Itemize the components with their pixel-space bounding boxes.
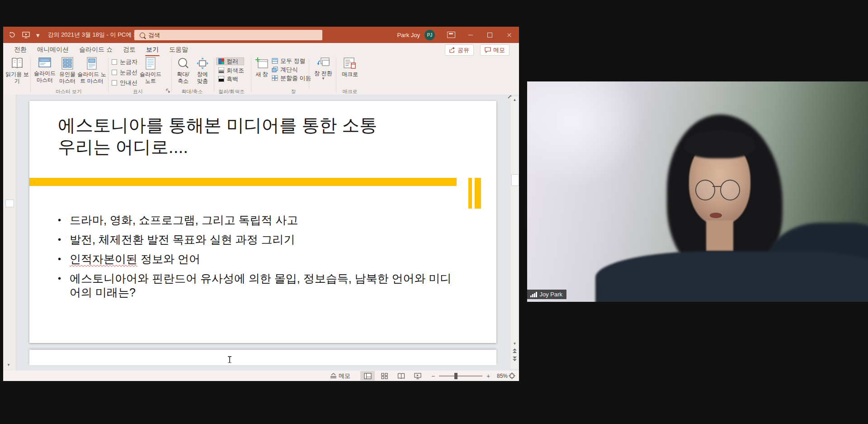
group-label-show: 표시	[112, 88, 164, 95]
tab-view[interactable]: 보기	[145, 44, 160, 56]
tab-help[interactable]: 도움말	[168, 44, 189, 56]
macros-button[interactable]: 매크로	[339, 57, 361, 78]
scrollbar-thumb[interactable]	[5, 200, 14, 207]
slide-master-button[interactable]: 슬라이드 마스터	[32, 57, 57, 84]
group-label-color: 컬러/회색조	[212, 88, 251, 95]
move-split-button[interactable]: 분할줄 이동	[272, 75, 311, 81]
audio-signal-icon	[530, 292, 537, 297]
undo-icon[interactable]	[9, 31, 16, 38]
notes-master-button[interactable]: 슬라이드 노트 마스터	[77, 57, 106, 85]
slide[interactable]: 에스토니아를 통해본 미디어를 통한 소통 우리는 어디로.... •드라마, …	[29, 101, 496, 343]
fit-to-window-button[interactable]: 창에 맞춤	[193, 57, 212, 85]
powerpoint-window: ▾ 강의 2021년 3월 18일 - 이 PC에 저장됨 ▾ 검색 Park …	[3, 27, 519, 381]
arrange-all-button[interactable]: 모두 정렬	[272, 57, 311, 64]
color-button[interactable]: 컬러	[216, 57, 244, 65]
checkbox-icon	[112, 59, 117, 65]
zoom-slider-handle[interactable]	[454, 373, 458, 379]
customize-quick-access-icon[interactable]: ▾	[36, 32, 40, 38]
person-body	[595, 251, 868, 302]
maximize-button[interactable]	[480, 27, 500, 43]
bullet-icon: •	[58, 272, 70, 300]
next-slide-edge[interactable]	[29, 350, 496, 365]
tab-review[interactable]: 검토	[122, 44, 137, 56]
reading-view-icon	[10, 57, 24, 70]
reading-view-button-status[interactable]	[394, 371, 408, 381]
notes-toggle-button[interactable]: 메모	[330, 372, 350, 380]
switch-windows-dropdown-icon: ▾	[322, 77, 325, 80]
notes-button[interactable]: 슬라이드 노트	[139, 57, 162, 85]
participant-name-tag: Joy Park	[527, 290, 566, 299]
maximize-icon	[487, 33, 492, 38]
ribbon-display-options-button[interactable]	[441, 27, 461, 43]
zoom-level[interactable]: 85%	[494, 373, 508, 379]
color-mode-icon	[218, 58, 224, 64]
bullet-icon: •	[58, 233, 70, 247]
account-name[interactable]: Park Joy	[397, 32, 420, 38]
show-dialog-launcher-icon[interactable]	[166, 89, 170, 93]
cascade-button[interactable]: 계단식	[272, 66, 311, 73]
fit-slide-button[interactable]	[509, 372, 515, 379]
share-button[interactable]: 공유	[445, 44, 474, 56]
slide-title[interactable]: 에스토니아를 통해본 미디어를 통한 소통 우리는 어디로....	[58, 114, 377, 157]
list-item: •드라마, 영화, 쇼프로그램, 그리고 독립적 사고	[58, 213, 458, 227]
comments-button[interactable]: 메모	[480, 44, 509, 56]
glasses-right-lens	[720, 180, 741, 200]
black-and-white-button[interactable]: 흑백	[218, 76, 244, 82]
scroll-down-icon[interactable]: ▼	[7, 363, 10, 367]
slide-canvas: 에스토니아를 통해본 미디어를 통한 소통 우리는 어디로.... •드라마, …	[16, 95, 519, 371]
start-slideshow-icon[interactable]	[22, 32, 30, 38]
previous-slide-icon[interactable]	[511, 348, 519, 355]
macros-icon	[343, 57, 357, 70]
guides-checkbox[interactable]: 안내선	[112, 79, 137, 87]
group-label-master-views: 마스터 보기	[31, 88, 106, 95]
reading-view-button[interactable]: 읽기용 보기	[5, 57, 29, 85]
notes-master-icon	[86, 57, 97, 70]
new-window-button[interactable]: 새 창	[253, 57, 271, 78]
normal-view-icon	[364, 373, 372, 379]
scroll-up-icon[interactable]: ▲	[511, 96, 519, 103]
search-input[interactable]: 검색	[134, 30, 322, 40]
tab-transitions[interactable]: 전환	[13, 44, 28, 56]
black-white-icon	[218, 76, 224, 82]
notes-toggle-icon	[330, 373, 337, 379]
text-cursor	[229, 356, 230, 363]
scroll-down-icon[interactable]: ▼	[511, 340, 519, 347]
group-label-window: 창	[253, 88, 334, 95]
vertical-scrollbar[interactable]: ▲ ▼	[511, 96, 519, 369]
minimize-button[interactable]	[461, 27, 480, 43]
avatar[interactable]: PJ	[425, 30, 435, 40]
tab-animations[interactable]: 애니메이션	[36, 44, 70, 56]
cascade-icon	[272, 67, 278, 72]
zoom-out-button[interactable]: −	[431, 372, 435, 380]
participant-video[interactable]: Joy Park	[527, 81, 868, 302]
zoom-button[interactable]: 확대/ 축소	[173, 57, 193, 85]
next-slide-icon[interactable]	[511, 357, 519, 363]
slide-sorter-icon	[381, 373, 388, 379]
scrollbar-thumb[interactable]	[511, 174, 519, 186]
slideshow-view-button[interactable]	[410, 371, 425, 381]
gridlines-checkbox[interactable]: 눈금선	[112, 68, 137, 76]
zoom-in-button[interactable]: +	[486, 372, 491, 380]
slide-sorter-view-button[interactable]	[377, 371, 392, 381]
move-split-icon	[272, 75, 278, 81]
switch-windows-button[interactable]: 창 전환 ▾	[312, 57, 334, 80]
normal-view-button[interactable]	[360, 371, 375, 381]
handout-master-button[interactable]: 유인물 마스터	[57, 57, 78, 85]
slide-master-icon	[38, 57, 52, 69]
tab-slideshow[interactable]: 슬라이드 쇼	[78, 44, 113, 56]
bullet-list[interactable]: •드라마, 영화, 쇼프로그램, 그리고 독립적 사고 •발전, 체제전환 발전…	[58, 213, 458, 305]
thumbnail-pane-scrollbar[interactable]: ▼	[3, 95, 16, 371]
person-neck	[706, 220, 733, 251]
misspelled-text: 인적자본이된	[70, 252, 137, 265]
close-button[interactable]	[500, 27, 519, 43]
handout-master-icon	[61, 57, 74, 70]
grayscale-button[interactable]: 회색조	[218, 67, 244, 74]
bullet-icon: •	[58, 213, 70, 227]
new-window-icon	[255, 57, 269, 70]
notes-icon	[145, 57, 156, 70]
person-hair-fringe	[684, 130, 755, 158]
bullet-icon: •	[58, 252, 70, 266]
ruler-checkbox[interactable]: 눈금자	[112, 58, 137, 66]
zoom-slider[interactable]	[439, 376, 482, 376]
list-item: •에스토니아어와 핀란드어 유사성에 의한 몰입, 정보습득, 남북한 언어와 …	[58, 272, 458, 300]
